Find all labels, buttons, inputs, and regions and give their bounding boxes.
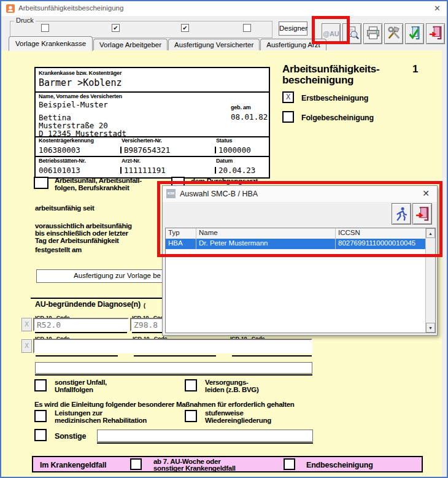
folgebescheinigung-checkbox[interactable]: [282, 111, 294, 123]
kostentraeger-label: Kostenträgerkennung: [39, 137, 94, 144]
cell-typ: HBA: [166, 239, 196, 249]
tab-vorlage-arbeitgeber[interactable]: Vorlage Arbeitgeber: [93, 39, 168, 51]
geb-label: geb. am: [231, 104, 251, 110]
status-label: Status: [216, 137, 232, 144]
dialog-close-icon[interactable]: ✕: [422, 188, 430, 198]
voraussichtlich-label-2: bis einschließlich oder letzter: [35, 229, 128, 237]
durchgangsarzt-label: dem Durchgangsarzt: [191, 177, 258, 185]
diagnose-heading: AU-begründende Diagnose(n): [35, 300, 141, 309]
druck-checkbox-4[interactable]: [243, 24, 251, 32]
sonstige-input[interactable]: [97, 430, 313, 442]
dialog-title-bar: KIM Auswahl SMC-B / HBA ✕: [163, 186, 437, 202]
reha-label-2: medizinischen Rehabilitation: [55, 417, 147, 424]
reha-checkbox[interactable]: [34, 410, 47, 422]
dialog-exit-button[interactable]: [412, 203, 432, 225]
arbeitsunfall-label-2: folgen, Berufskrankheit: [55, 184, 129, 191]
kasse-value: Barmer >Koblenz: [39, 77, 122, 88]
table-scrollbar[interactable]: ▲ ▼: [425, 228, 435, 333]
druck-checkbox-1[interactable]: [41, 24, 49, 32]
sonstiger-unfall-checkbox[interactable]: [34, 379, 47, 391]
voraussichtlich-label-3: Tag der Arbeitsunfähigkeit: [35, 237, 119, 244]
au-woche-checkbox[interactable]: [130, 458, 142, 470]
versorgungsleiden-label-2: leiden (z.B. BVG): [205, 386, 259, 393]
dialog-title: Auswahl SMC-B / HBA: [180, 190, 258, 198]
sonstige-checkbox[interactable]: [34, 429, 47, 441]
erstbescheinigung-label: Erstbescheinigung: [301, 94, 368, 102]
versorgungsleiden-label-1: Versorgungs-: [205, 379, 249, 386]
icd-code-input-3[interactable]: [33, 339, 312, 353]
designer-button[interactable]: Designer: [279, 21, 307, 36]
icd-code-input-1[interactable]: R52.0: [33, 318, 129, 331]
druck-checkbox-3[interactable]: ✔: [181, 24, 189, 32]
endbescheinigung-checkbox[interactable]: [284, 458, 295, 470]
druck-label: Druck: [14, 17, 36, 24]
print-preview-icon: [345, 32, 360, 42]
kim-icon: KIM: [166, 189, 176, 198]
versicherten-label: Versicherten-Nr.: [122, 137, 162, 144]
versicherten-value: B987654321: [120, 145, 170, 155]
arzt-value: 111111191: [120, 166, 166, 175]
print-button[interactable]: [363, 23, 382, 44]
status-value: 1000000: [215, 145, 251, 155]
column-iccsn[interactable]: ICCSN: [336, 228, 425, 239]
exit-button[interactable]: [426, 23, 445, 44]
tools-icon: [387, 32, 401, 42]
folgebescheinigung-label: Folgebescheinigung: [301, 114, 374, 122]
icd-underline: [36, 355, 118, 357]
sonstiger-unfall-label-2: Unfallfolgen: [55, 386, 93, 393]
printer-icon: [366, 32, 380, 42]
diagnose-freetext-input[interactable]: [35, 362, 312, 374]
au-woche-label-2: sonstiger Krankengeldfall: [153, 465, 236, 472]
running-man-icon: [394, 214, 409, 224]
arbeitsunfall-label-1: Arbeitsunfall, Arbeitsunfall-: [55, 177, 142, 184]
scroll-up-icon[interactable]: ▲: [426, 228, 435, 238]
icd-clear-button-1[interactable]: X: [21, 318, 32, 331]
settings-tools-button[interactable]: [384, 23, 403, 44]
exit-door-icon: [415, 214, 430, 224]
icd-clear-button-2[interactable]: X: [21, 339, 32, 353]
divider: [36, 91, 269, 93]
apply-exit-button[interactable]: [405, 23, 424, 44]
sonstige-label: Sonstige: [55, 432, 86, 441]
festgestellt-label: festgestellt am: [35, 246, 82, 253]
arbeitsunfall-checkbox[interactable]: [34, 177, 48, 189]
reha-label-1: Leistungen zur: [55, 409, 102, 417]
druck-groupbox: Druck: [10, 21, 272, 38]
tab-vorlage-krankenkasse[interactable]: Vorlage Krankenkasse: [9, 36, 93, 51]
smcb-hba-dialog: KIM Auswahl SMC-B / HBA ✕ Typ Name ICCSN…: [162, 185, 438, 336]
column-typ[interactable]: Typ: [166, 228, 196, 239]
betriebsstaetten-value: 006101013: [39, 166, 80, 175]
sonstige-underline: [97, 442, 313, 444]
druck-checkbox-2[interactable]: ✔: [112, 24, 120, 32]
au-title-line1: Arbeitsunfähigkeits-: [282, 63, 379, 75]
geb-value: 08.01.82: [231, 112, 268, 121]
versorgungsleiden-checkbox[interactable]: [185, 379, 197, 391]
erstbescheinigung-checkbox[interactable]: X: [282, 91, 294, 103]
krankengeld-title: Im Krankengeldfall: [40, 461, 106, 469]
massnahmen-sentence: Es wird die Einleitung folgender besonde…: [34, 401, 295, 408]
tab-ausfertigung-arzt[interactable]: Ausfertigung Arzt: [260, 39, 326, 51]
krankengeld-bar: Im Krankengeldfall ab 7. AU-Woche oder s…: [32, 456, 423, 472]
freetext-underline: [35, 374, 312, 376]
title-bar: Arbeitsunfähigkeitsbescheinigung ✕: [1, 1, 447, 16]
tab-bar: Vorlage KrankenkasseVorlage ArbeitgeberA…: [9, 36, 327, 51]
insurance-card: Krankenkasse bzw. Kostenträger Barmer >K…: [34, 67, 270, 179]
ausfertigung-vorlage-button[interactable]: Ausfertigung zur Vorlage be: [36, 269, 163, 283]
endbescheinigung-label: Endbescheinigung: [306, 461, 373, 469]
au-window: Arbeitsunfähigkeitsbescheinigung ✕ Druck…: [0, 0, 448, 478]
select-run-button[interactable]: [392, 203, 411, 225]
icd-underline: [232, 355, 312, 357]
print-preview-button[interactable]: [342, 23, 361, 44]
window-close-icon[interactable]: ✕: [434, 4, 441, 13]
scroll-down-icon[interactable]: ▼: [426, 323, 435, 333]
name-label: Name, Vorname des Versicherten: [39, 93, 122, 99]
table-row-hba[interactable]: HBA Dr. Peter Mustermann 802769911100000…: [166, 239, 435, 249]
au-page-number: 1: [412, 63, 418, 75]
toolbar-area: Druck ✔ ✔ Designer @AU: [1, 16, 447, 50]
voraussichtlich-label-1: voraussichtlich arbeitsunfähig: [35, 222, 132, 229]
column-name[interactable]: Name: [196, 228, 336, 239]
wiedereingliederung-checkbox[interactable]: [185, 410, 197, 422]
tab-ausfertigung-versicherter[interactable]: Ausfertigung Versicherter: [168, 39, 260, 51]
cell-iccsn: 80276991110000010045: [336, 239, 425, 249]
table-header-row: Typ Name ICCSN: [166, 228, 435, 239]
